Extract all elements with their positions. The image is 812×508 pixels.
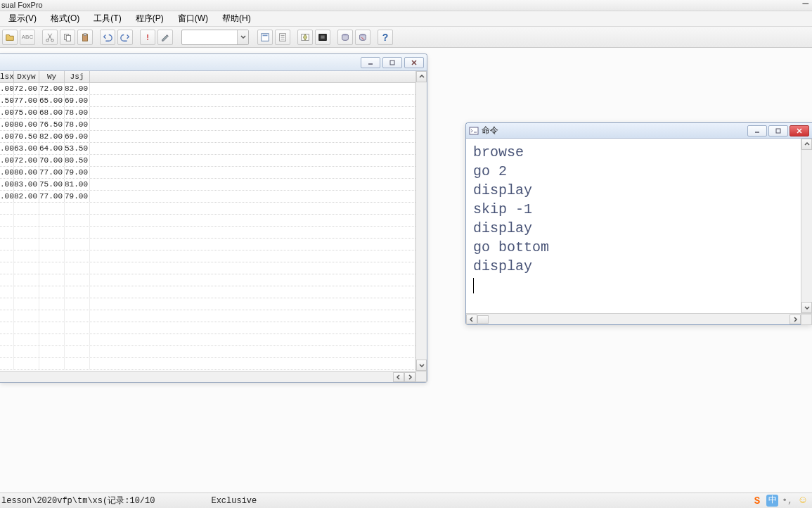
scroll-down-icon[interactable] (416, 360, 427, 371)
table-row[interactable]: .0080.0077.0079.00 (0, 167, 415, 179)
autoreport-button[interactable] (315, 30, 330, 45)
maximize-button[interactable] (382, 57, 402, 68)
table-cell[interactable]: 75.00 (39, 179, 65, 190)
close-button[interactable] (790, 125, 809, 136)
scroll-right-icon[interactable] (790, 315, 801, 324)
scroll-right-icon[interactable] (404, 372, 415, 382)
db-button-2[interactable] (355, 30, 370, 45)
browse-horizontal-scrollbar[interactable] (0, 371, 415, 382)
form-wizard-button[interactable] (257, 30, 273, 45)
command-window-titlebar[interactable]: 命令 (466, 123, 812, 139)
column-header[interactable]: Jsj (65, 71, 90, 82)
maximize-button[interactable] (768, 125, 788, 136)
table-cell[interactable]: 80.50 (65, 155, 90, 166)
table-cell[interactable]: 68.00 (39, 107, 65, 118)
ime-punct-icon[interactable]: •, (781, 495, 794, 507)
table-cell[interactable]: 53.50 (65, 143, 90, 154)
copy-button[interactable] (60, 30, 75, 45)
browse-grid[interactable]: lsxDxywWyJsj .0072.0072.0082.00.5077.006… (0, 71, 415, 371)
report-wizard-button[interactable] (275, 30, 290, 45)
menu-item[interactable]: 工具(T) (86, 11, 128, 26)
menu-item[interactable]: 程序(P) (129, 11, 171, 26)
command-vertical-scrollbar[interactable] (801, 139, 812, 313)
table-cell[interactable]: 78.00 (65, 119, 90, 130)
redo-button[interactable] (117, 30, 133, 45)
minimize-dash[interactable]: − (801, 0, 812, 11)
table-cell[interactable]: 82.00 (39, 131, 65, 142)
paste-button[interactable] (77, 30, 93, 45)
run-button[interactable]: ! (140, 30, 155, 45)
column-header[interactable]: lsx (0, 71, 14, 82)
table-cell[interactable]: 65.00 (39, 95, 65, 106)
table-cell[interactable]: 76.50 (39, 119, 65, 130)
table-cell[interactable]: .00 (0, 119, 14, 130)
ime-emoji-icon[interactable]: ☺ (797, 495, 809, 507)
table-cell[interactable]: 63.00 (14, 143, 39, 154)
table-cell[interactable]: .00 (0, 179, 14, 190)
table-row[interactable]: .0072.0070.0080.50 (0, 155, 415, 167)
table-cell[interactable]: 72.00 (14, 155, 39, 166)
db-button-1[interactable] (337, 30, 353, 45)
close-button[interactable] (404, 57, 424, 68)
scroll-down-icon[interactable] (801, 302, 812, 313)
table-cell[interactable]: 70.50 (14, 131, 39, 142)
table-row[interactable]: .0083.0075.0081.00 (0, 179, 415, 191)
table-cell[interactable]: 82.00 (14, 191, 39, 202)
scroll-up-icon[interactable] (801, 139, 812, 150)
undo-button[interactable] (100, 30, 115, 45)
abc-button[interactable]: ABC (20, 30, 35, 45)
table-row[interactable]: .0072.0072.0082.00 (0, 83, 415, 95)
table-row[interactable]: .0075.0068.0078.00 (0, 107, 415, 119)
table-cell[interactable]: .00 (0, 83, 14, 94)
browse-window-titlebar[interactable] (0, 54, 427, 71)
resize-grip-icon[interactable] (415, 371, 427, 382)
table-row[interactable]: .0070.5082.0069.00 (0, 131, 415, 143)
column-header[interactable]: Dxyw (14, 71, 39, 82)
open-button[interactable] (2, 30, 18, 45)
menu-item[interactable]: 格式(O) (44, 11, 86, 26)
table-cell[interactable]: .00 (0, 107, 14, 118)
table-cell[interactable]: 77.00 (14, 95, 39, 106)
ime-mode-icon[interactable]: 中 (766, 495, 778, 507)
table-cell[interactable]: 70.00 (39, 155, 65, 166)
resize-grip-icon[interactable] (801, 314, 812, 325)
help-button[interactable]: ? (378, 30, 393, 45)
command-input[interactable]: browse go 2 display skip -1 display go b… (466, 139, 801, 313)
table-cell[interactable]: 78.00 (65, 107, 90, 118)
table-row[interactable]: .0063.0064.0053.50 (0, 143, 415, 155)
minimize-button[interactable] (747, 125, 767, 136)
table-row[interactable]: .0082.0077.0079.00 (0, 191, 415, 203)
menu-item[interactable]: 帮助(H) (215, 11, 258, 26)
database-combo[interactable] (181, 30, 249, 45)
table-cell[interactable]: .00 (0, 155, 14, 166)
table-cell[interactable]: .50 (0, 95, 14, 106)
table-cell[interactable]: .00 (0, 131, 14, 142)
table-row[interactable]: .0080.0076.5078.00 (0, 119, 415, 131)
menu-item[interactable]: 窗口(W) (171, 11, 215, 26)
table-cell[interactable]: .00 (0, 191, 14, 202)
scroll-up-icon[interactable] (416, 71, 427, 82)
table-cell[interactable]: 64.00 (39, 143, 65, 154)
table-cell[interactable]: 72.00 (39, 83, 65, 94)
table-cell[interactable]: 82.00 (65, 83, 90, 94)
table-cell[interactable]: 79.00 (65, 191, 90, 202)
table-cell[interactable]: 79.00 (65, 167, 90, 178)
scrollbar-thumb[interactable] (477, 315, 489, 324)
table-cell[interactable]: 83.00 (14, 179, 39, 190)
modify-button[interactable] (157, 30, 173, 45)
table-cell[interactable]: 69.00 (65, 95, 90, 106)
ime-brand-icon[interactable]: S (751, 495, 763, 507)
table-cell[interactable]: 77.00 (39, 191, 65, 202)
autoform-button[interactable] (297, 30, 313, 45)
table-cell[interactable]: 72.00 (14, 83, 39, 94)
cut-button[interactable] (42, 30, 58, 45)
browse-vertical-scrollbar[interactable] (415, 71, 427, 371)
scroll-left-icon[interactable] (466, 315, 477, 324)
column-header[interactable]: Wy (39, 71, 65, 82)
minimize-button[interactable] (361, 57, 380, 68)
table-cell[interactable]: 77.00 (39, 167, 65, 178)
table-row[interactable]: .5077.0065.0069.00 (0, 95, 415, 107)
table-cell[interactable]: 81.00 (65, 179, 90, 190)
table-cell[interactable]: .00 (0, 143, 14, 154)
command-horizontal-scrollbar[interactable] (466, 313, 812, 324)
